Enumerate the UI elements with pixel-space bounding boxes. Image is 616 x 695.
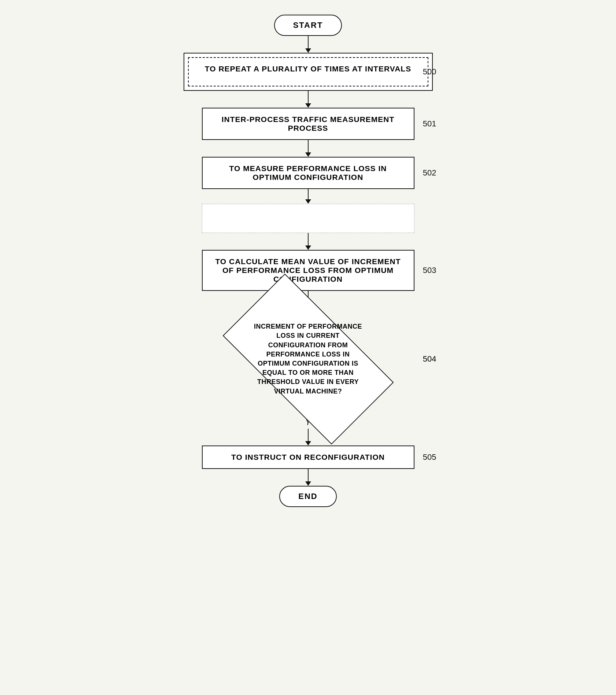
node-501-row: INTER-PROCESS TRAFFIC MEASUREMENT PROCES…: [143, 108, 473, 140]
node-502: TO MEASURE PERFORMANCE LOSS IN OPTIMUM C…: [202, 157, 414, 189]
node-504-wrapper: INCREMENT OF PERFORMANCE LOSS IN CURRENT…: [213, 308, 403, 410]
label-500: 500: [423, 67, 436, 77]
empty-box: [202, 204, 414, 233]
label-504: 504: [423, 354, 436, 364]
node-500-row: TO REPEAT A PLURALITY OF TIMES AT INTERV…: [143, 53, 473, 91]
node-505-row: TO INSTRUCT ON RECONFIGURATION 505: [143, 446, 473, 469]
node-500-outer: TO REPEAT A PLURALITY OF TIMES AT INTERV…: [184, 53, 433, 91]
node-501: INTER-PROCESS TRAFFIC MEASUREMENT PROCES…: [202, 108, 414, 140]
end-node: END: [279, 486, 336, 507]
node-504-row: INCREMENT OF PERFORMANCE LOSS IN CURRENT…: [143, 308, 473, 410]
node-503: TO CALCULATE MEAN VALUE OF INCREMENT OF …: [202, 250, 414, 291]
node-503-row: TO CALCULATE MEAN VALUE OF INCREMENT OF …: [143, 250, 473, 291]
node-502-row: TO MEASURE PERFORMANCE LOSS IN OPTIMUM C…: [143, 157, 473, 189]
label-503: 503: [423, 266, 436, 275]
label-501: 501: [423, 119, 436, 129]
start-row: START: [143, 15, 473, 36]
node-500: TO REPEAT A PLURALITY OF TIMES AT INTERV…: [188, 57, 428, 86]
empty-box-row: [143, 204, 473, 233]
flowchart-container: START TO REPEAT A PLURALITY OF TIMES AT …: [143, 15, 473, 507]
label-502: 502: [423, 168, 436, 178]
start-node: START: [274, 15, 342, 36]
end-row: END: [143, 486, 473, 507]
node-504-text: INCREMENT OF PERFORMANCE LOSS IN CURRENT…: [246, 318, 370, 400]
node-505: TO INSTRUCT ON RECONFIGURATION: [202, 446, 414, 469]
label-505: 505: [423, 452, 436, 462]
